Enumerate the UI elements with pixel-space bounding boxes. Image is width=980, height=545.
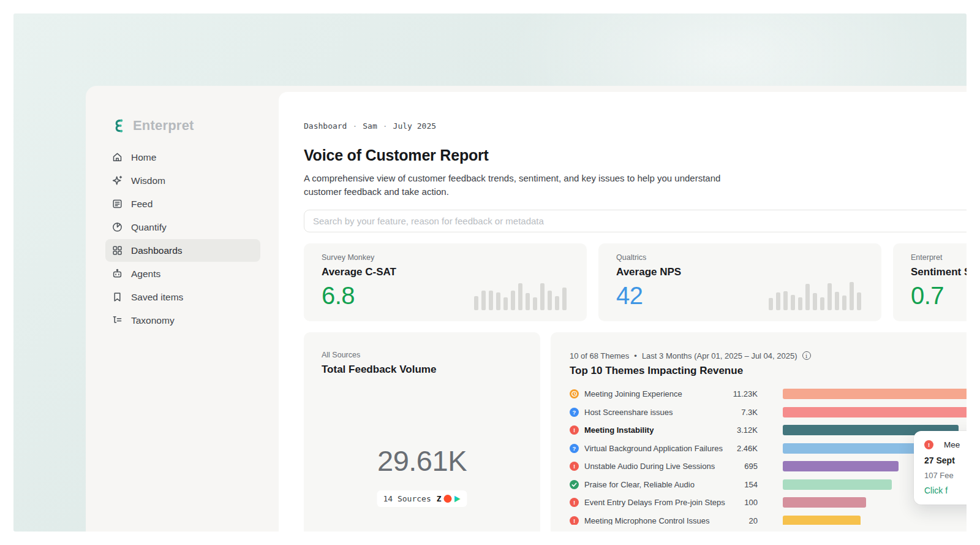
brand: Enterpret — [110, 116, 279, 135]
desktop-background: Enterpret HomeWisdomFeedQuantifyDashboar… — [13, 13, 967, 532]
trend-sparkline — [769, 281, 861, 310]
card-title: Sentiment S — [911, 266, 967, 278]
card-value: 0.7 — [911, 283, 967, 308]
svg-text:!: ! — [573, 499, 575, 506]
card-source-label: Enterpret — [911, 253, 967, 262]
sidebar-item-agents[interactable]: Agents — [105, 262, 260, 285]
sidebar-nav: HomeWisdomFeedQuantifyDashboardsAgentsSa… — [105, 146, 260, 332]
breadcrumb-item[interactable]: Dashboard — [304, 121, 347, 131]
card-source-label: Qualtrics — [616, 253, 881, 262]
theme-value: 7.3K — [728, 408, 758, 417]
theme-value: 11.23K — [728, 389, 758, 398]
svg-text:!: ! — [573, 517, 575, 524]
sidebar-item-taxonomy[interactable]: Taxonomy — [105, 309, 260, 332]
sidebar-item-wisdom[interactable]: Wisdom — [105, 169, 260, 192]
theme-label: Praise for Clear, Reliable Audio — [584, 480, 728, 489]
tooltip-theme-name: Mee — [944, 440, 960, 449]
info-icon[interactable]: i — [802, 351, 811, 360]
search-input[interactable] — [304, 210, 967, 232]
sidebar-item-dashboards[interactable]: Dashboards — [105, 239, 260, 262]
theme-row-meeting-instability[interactable]: !Meeting Instability3.12K — [570, 421, 967, 440]
metric-cards-row: Survey MonkeyAverage C-SAT6.8QualtricsAv… — [304, 243, 967, 321]
metric-card-average-nps: QualtricsAverage NPS42 — [598, 243, 881, 321]
sources-badge[interactable]: 14 Sources Z — [377, 490, 467, 507]
theme-value: 154 — [728, 480, 758, 489]
bookmark-icon — [111, 291, 123, 303]
sidebar-item-saved-items[interactable]: Saved items — [105, 286, 260, 308]
breadcrumb-item[interactable]: July 2025 — [393, 121, 436, 131]
theme-row-unstable-audio-during-live-sessions[interactable]: !Unstable Audio During Live Sessions695 — [570, 457, 967, 476]
breadcrumb-separator: · — [383, 121, 388, 131]
breadcrumb-item[interactable]: Sam — [363, 121, 377, 131]
svg-text:!: ! — [573, 427, 575, 433]
sidebar-item-label: Feed — [131, 199, 153, 210]
alert-icon: ! — [570, 498, 579, 507]
theme-bar[interactable] — [783, 479, 892, 490]
total-feedback-volume-value: 29.61K — [304, 444, 540, 478]
theme-bar[interactable] — [783, 516, 861, 525]
theme-row-virtual-background-application-failures[interactable]: ?Virtual Background Application Failures… — [570, 440, 967, 458]
sidebar-item-label: Taxonomy — [131, 315, 175, 326]
question-icon: ? — [570, 444, 579, 453]
sidebar-item-label: Agents — [131, 269, 160, 280]
enterpret-logo-icon — [110, 118, 127, 134]
theme-bar[interactable] — [783, 461, 899, 471]
sidebar-item-label: Wisdom — [131, 175, 165, 186]
source-icons: Z — [437, 495, 461, 503]
sidebar-item-home[interactable]: Home — [105, 146, 260, 169]
theme-label: Event Entry Delays From Pre-join Steps — [584, 498, 728, 507]
tooltip-link[interactable]: Click f — [924, 486, 967, 495]
sources-badge-label: 14 Sources — [383, 494, 431, 503]
themes-meta: 10 of 68 Themes • Last 3 Months (Apr 01,… — [570, 351, 967, 360]
brand-name: Enterpret — [133, 118, 194, 134]
metric-card-sentiment-s: EnterpretSentiment S0.7 — [893, 243, 967, 321]
theme-label: Meeting Joining Experience — [584, 389, 728, 398]
theme-row-meeting-joining-experience[interactable]: Meeting Joining Experience11.23K — [570, 385, 967, 403]
main-panel: Dashboard·Sam·July 2025 Voice of Custome… — [279, 92, 967, 532]
card-title: Average C-SAT — [322, 266, 587, 278]
taxonomy-icon — [111, 314, 123, 326]
card-title: Total Feedback Volume — [322, 364, 540, 376]
tooltip-feedback-count: 107 Fee — [924, 471, 967, 480]
themes-date-range: Last 3 Months (Apr 01, 2025 – Jul 04, 20… — [642, 351, 797, 360]
alert-icon: ! — [570, 516, 579, 525]
theme-bar[interactable] — [783, 407, 967, 417]
app-window: Enterpret HomeWisdomFeedQuantifyDashboar… — [86, 86, 967, 532]
zendesk-icon: Z — [437, 495, 442, 503]
svg-text:!: ! — [573, 463, 575, 470]
theme-label: Unstable Audio During Live Sessions — [584, 462, 728, 471]
theme-row-praise-for-clear-reliable-audio[interactable]: Praise for Clear, Reliable Audio154 — [570, 476, 967, 494]
sidebar-item-label: Quantify — [131, 222, 167, 233]
total-feedback-volume-card: All Sources Total Feedback Volume 29.61K… — [304, 332, 540, 532]
theme-row-event-entry-delays-from-pre-join-steps[interactable]: !Event Entry Delays From Pre-join Steps1… — [570, 494, 967, 512]
dashboards-icon — [111, 245, 123, 256]
svg-text:!: ! — [928, 441, 930, 448]
positive-check-icon — [570, 480, 579, 489]
metric-card-average-c-sat: Survey MonkeyAverage C-SAT6.8 — [304, 243, 587, 321]
sidebar-item-label: Home — [131, 152, 156, 163]
sidebar-item-quantify[interactable]: Quantify — [105, 216, 260, 238]
themes-rows: Meeting Joining Experience11.23K?Host Sc… — [570, 385, 967, 525]
theme-label: Virtual Background Application Failures — [584, 444, 728, 453]
theme-row-meeting-microphone-control-issues[interactable]: !Meeting Microphone Control Issues20 — [570, 512, 967, 525]
theme-label: Host Screenshare issues — [584, 408, 728, 417]
alert-icon: ! — [924, 440, 933, 449]
sidebar: Enterpret HomeWisdomFeedQuantifyDashboar… — [86, 86, 279, 532]
page-description: A comprehensive view of customer feedbac… — [304, 172, 729, 199]
quantify-icon — [111, 221, 123, 233]
theme-label: Meeting Instability — [584, 425, 728, 435]
theme-value: 20 — [728, 516, 758, 525]
sidebar-item-label: Dashboards — [131, 245, 183, 256]
theme-bar[interactable] — [783, 443, 922, 454]
theme-value: 2.46K — [728, 444, 758, 453]
theme-bar[interactable] — [783, 497, 866, 508]
trend-sparkline — [474, 281, 567, 310]
theme-row-host-screenshare-issues[interactable]: ?Host Screenshare issues7.3K — [570, 403, 967, 422]
card-source-label: All Sources — [322, 351, 540, 359]
question-icon: ? — [570, 408, 579, 417]
sidebar-item-feed[interactable]: Feed — [105, 192, 260, 215]
theme-value: 695 — [728, 462, 758, 471]
theme-bar[interactable] — [783, 389, 967, 399]
alert-icon: ! — [570, 462, 579, 471]
theme-label: Meeting Microphone Control Issues — [584, 516, 728, 525]
